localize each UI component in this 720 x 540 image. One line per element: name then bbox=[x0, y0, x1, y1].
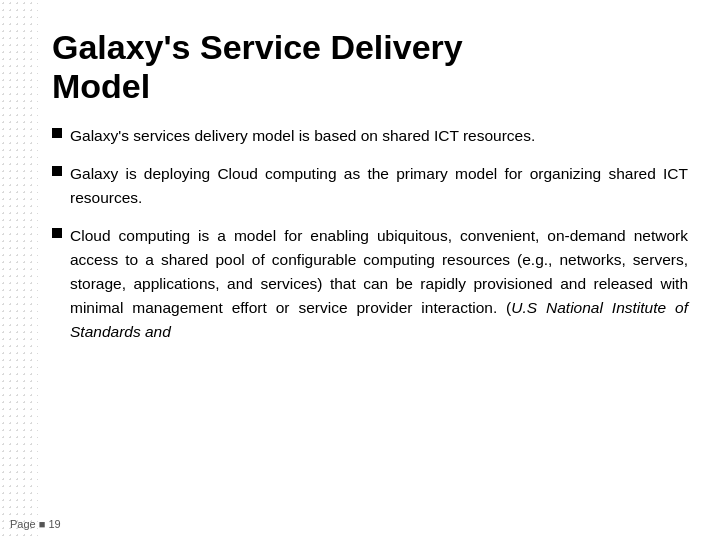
title-line2: Model bbox=[52, 67, 150, 105]
page-number: 19 bbox=[48, 518, 60, 530]
bullet-item-1: Galaxy's services delivery model is base… bbox=[52, 124, 688, 148]
bullet-square-2 bbox=[52, 166, 62, 176]
left-decoration bbox=[0, 0, 38, 540]
italic-citation: U.S National Institute of Standards and bbox=[70, 299, 688, 340]
bullet-text-1: Galaxy's services delivery model is base… bbox=[70, 124, 535, 148]
bullet-item-3: Cloud computing is a model for enabling … bbox=[52, 224, 688, 344]
page-indicator: Page ■ 19 bbox=[10, 518, 61, 530]
dot-pattern bbox=[0, 0, 38, 540]
bullet-text-2: Galaxy is deploying Cloud computing as t… bbox=[70, 162, 688, 210]
slide-container: Galaxy's Service Delivery Model Galaxy's… bbox=[0, 0, 720, 540]
bullet-square-1 bbox=[52, 128, 62, 138]
bullet-text-3: Cloud computing is a model for enabling … bbox=[70, 224, 688, 344]
title-line1: Galaxy's Service Delivery bbox=[52, 28, 463, 66]
content-area: Galaxy's Service Delivery Model Galaxy's… bbox=[38, 0, 720, 540]
page-label: Page ■ bbox=[10, 518, 48, 530]
bullet-item-2: Galaxy is deploying Cloud computing as t… bbox=[52, 162, 688, 210]
bullet-square-3 bbox=[52, 228, 62, 238]
slide-title: Galaxy's Service Delivery Model bbox=[52, 28, 688, 106]
